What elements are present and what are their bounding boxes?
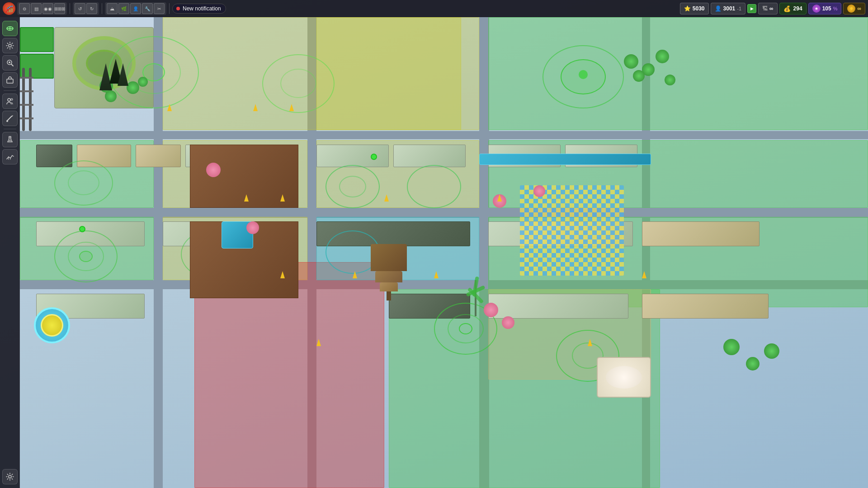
visitors-icon: 👤: [715, 5, 722, 12]
rating-unit: %: [833, 6, 838, 11]
btn-redo[interactable]: ↻: [86, 3, 97, 14]
building-mid3: [136, 145, 181, 167]
btn-tool-cut[interactable]: ✂: [154, 3, 165, 14]
svg-point-5: [8, 99, 10, 101]
btn-view1[interactable]: ▤: [31, 3, 42, 14]
svg-point-6: [11, 99, 13, 100]
dot-indicator-1: [371, 154, 377, 160]
sidebar-btn-research[interactable]: [2, 132, 18, 147]
trees-cluster: [99, 63, 112, 90]
construction-value: ∞: [769, 5, 774, 12]
svg-point-7: [6, 120, 8, 122]
zone-yellow-topcenter: [316, 17, 479, 130]
stars-value: 5030: [693, 5, 705, 12]
toolbar-group-layout: ⊖ ▤ ◉◉ ⊞⊞⊞: [17, 2, 67, 15]
radar-area-8: [54, 230, 118, 282]
road-horizontal-2: [20, 208, 868, 218]
sidebar-btn-paint[interactable]: [2, 111, 18, 126]
tree-12: [746, 357, 760, 371]
xp-panel[interactable]: ⚡ ∞: [843, 3, 865, 14]
top-bar: 🎢 ⊖ ▤ ◉◉ ⊞⊞⊞ ↺ ↻ ⛰ 🌿 👤 🔧 ✂ New notificat…: [0, 0, 868, 17]
tree-11: [723, 339, 740, 355]
money-icon: 💰: [783, 5, 791, 12]
visitors-panel: 👤 3001 -1: [711, 3, 745, 14]
blossom-4: [533, 185, 545, 197]
sidebar-separator-1: [4, 90, 16, 91]
svg-point-3: [9, 61, 10, 63]
btn-undo[interactable]: ↺: [75, 3, 85, 14]
xp-icon: ⚡: [847, 5, 855, 13]
tree-6: [624, 54, 638, 69]
rating-icon: ★: [812, 5, 821, 13]
wind-feature: [475, 280, 476, 316]
building-bot4: [642, 294, 769, 319]
svg-point-9: [9, 475, 11, 478]
toolbar-group-undoredo: ↺ ↻: [73, 2, 99, 15]
btn-tool-terrain[interactable]: ⛰: [107, 3, 118, 14]
road-horizontal-1: [20, 131, 868, 139]
construction-panel: 🏗 ∞: [758, 3, 778, 14]
tree-9: [633, 70, 645, 82]
money-panel[interactable]: 💰 294: [779, 3, 807, 14]
visitors-sub: -1: [737, 6, 741, 11]
tree-5: [105, 90, 117, 102]
sidebar-btn-guests[interactable]: [2, 94, 18, 109]
tree-10: [665, 75, 675, 85]
blossom-2: [246, 221, 259, 234]
water-1: [479, 154, 651, 165]
btn-tool-people[interactable]: 👤: [130, 3, 141, 14]
radar-area-4: [54, 160, 113, 206]
money-value: 294: [793, 5, 802, 12]
btn-tool-foliage[interactable]: 🌿: [118, 3, 129, 14]
stars-icon: ⭐: [684, 5, 691, 12]
coaster-left: [20, 68, 38, 131]
btn-select[interactable]: ⊖: [19, 3, 30, 14]
btn-view3[interactable]: ⊞⊞⊞: [54, 3, 65, 14]
building-mid7: [393, 145, 466, 167]
blossom-6: [502, 316, 514, 329]
sep-2: [102, 3, 102, 14]
tree-8: [656, 50, 669, 63]
checkerboard-area: [520, 185, 624, 276]
rating-value: 105: [822, 5, 831, 12]
tree-4: [138, 77, 148, 87]
toolbar-group-tools: ⛰ 🌿 👤 🔧 ✂: [105, 2, 166, 15]
sep-1: [70, 3, 70, 14]
dot-indicator-2: [79, 226, 85, 232]
sidebar-btn-select[interactable]: [2, 21, 18, 36]
radar-area-6: [326, 165, 380, 208]
visitors-value: 3001: [723, 5, 736, 12]
sidebar-btn-system-settings[interactable]: [2, 469, 18, 484]
sidebar-separator-2: [4, 129, 16, 129]
tree-3: [127, 81, 139, 94]
fountain-bottom: [34, 307, 70, 343]
sidebar-btn-settings[interactable]: [2, 38, 18, 53]
blossom-5: [484, 303, 498, 317]
app-logo[interactable]: 🎢: [3, 2, 15, 15]
sidebar-btn-inspect[interactable]: [2, 55, 18, 70]
notification-label: New notification: [183, 5, 221, 12]
rating-panel[interactable]: ★ 105 %: [808, 3, 842, 14]
svg-point-1: [9, 44, 11, 47]
sidebar-btn-paths[interactable]: [2, 149, 18, 164]
temple-attraction: [371, 244, 407, 289]
left-sidebar: [0, 17, 20, 488]
radar-area-3: [542, 45, 624, 108]
blossom-1: [206, 163, 221, 177]
notification-dot: [176, 7, 180, 10]
play-btn[interactable]: ▶: [747, 4, 756, 13]
svg-rect-4: [7, 79, 13, 83]
construction-icon: 🏗: [762, 5, 768, 12]
btn-view2[interactable]: ◉◉: [42, 3, 53, 14]
notification-button[interactable]: New notification: [172, 4, 226, 14]
sidebar-btn-shop[interactable]: [2, 72, 18, 88]
game-map: [0, 0, 868, 488]
building-low5: [642, 221, 760, 246]
tree-13: [764, 343, 779, 359]
svg-point-8: [9, 140, 10, 141]
building-bot3: [488, 294, 628, 319]
xp-value: ∞: [857, 5, 861, 12]
btn-tool-build[interactable]: 🔧: [142, 3, 153, 14]
sep-3: [169, 3, 170, 14]
building-mid6: [316, 145, 389, 167]
